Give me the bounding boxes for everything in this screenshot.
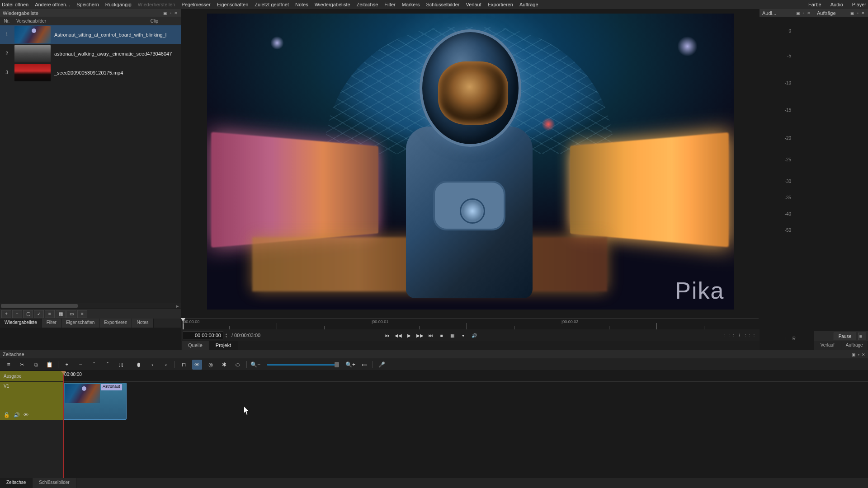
paste-tool[interactable]: 📋: [44, 360, 54, 370]
time-spinner[interactable]: ▲▼: [225, 333, 230, 338]
audio-dock-icon[interactable]: ▣: [796, 11, 800, 15]
tab-keyframes[interactable]: Schlüsselbilder: [33, 478, 76, 488]
time-current-display[interactable]: 00:00:00:00: [183, 331, 223, 339]
playlist-view-icons-button[interactable]: ▭: [66, 310, 76, 318]
rewind-button[interactable]: ◀◀: [394, 331, 403, 339]
pause-jobs-button[interactable]: Pause: [834, 333, 856, 340]
jobs-close-icon[interactable]: ✕: [861, 11, 865, 15]
zoom-in-tool[interactable]: 🔍+: [345, 360, 355, 370]
next-marker-tool[interactable]: ›: [161, 360, 171, 370]
track-lock-icon[interactable]: 🔓: [4, 412, 10, 418]
append-tool[interactable]: +: [62, 360, 72, 370]
playlist-dock-icon[interactable]: ▣: [163, 11, 167, 15]
stop-button[interactable]: ■: [437, 331, 446, 339]
menu-save[interactable]: Speichern: [76, 2, 99, 7]
playlist-add-button[interactable]: +: [1, 310, 11, 318]
timeline-dock-icon[interactable]: ▣: [852, 352, 856, 357]
menu-export[interactable]: Exportieren: [488, 2, 513, 7]
tab-timeline[interactable]: Zeitachse: [0, 478, 33, 488]
timeline-ruler[interactable]: 00:00:00: [63, 371, 868, 382]
split-tool[interactable]: ⫿⫿: [116, 360, 126, 370]
playlist-row[interactable]: 2 astronaut_walking_away,_cinematic_seed…: [0, 44, 181, 63]
tab-export[interactable]: Exportieren: [99, 319, 132, 328]
playlist-scrollbar[interactable]: ▸: [0, 303, 181, 309]
tab-properties[interactable]: Eigenschaften: [61, 319, 99, 328]
col-header-nr[interactable]: Nr.: [0, 19, 14, 23]
preview-ruler[interactable]: |00:00:00 |00:00:01 |00:00:02: [182, 318, 759, 329]
timeline-clip[interactable]: Astronaut: [63, 383, 127, 420]
jobs-popout-icon[interactable]: ▫: [855, 11, 860, 15]
ripple-tool[interactable]: ◎: [206, 360, 216, 370]
menu-file-open[interactable]: Datei öffnen: [2, 2, 28, 7]
ripple-markers-tool[interactable]: ⬭: [233, 360, 243, 370]
audio-popout-icon[interactable]: ▫: [801, 11, 806, 15]
menu-undo[interactable]: Rückgängig: [105, 2, 132, 7]
menu-keyframes[interactable]: Schlüsselbilder: [426, 2, 459, 7]
menu-markers[interactable]: Markers: [402, 2, 420, 7]
playlist-popout-icon[interactable]: ▫: [168, 11, 173, 15]
playlist-view-list-button[interactable]: ≡: [45, 310, 55, 318]
menu-redo[interactable]: Wiederherstellen: [138, 2, 175, 7]
tab-notes[interactable]: Notes: [132, 319, 153, 328]
playlist-row[interactable]: 1 Astronaut_sitting_at_control_board_wit…: [0, 25, 181, 44]
prev-marker-tool[interactable]: ‹: [147, 360, 157, 370]
scrollbar-arrow-right[interactable]: ▸: [175, 303, 181, 309]
track-hide-icon[interactable]: 👁: [24, 412, 28, 418]
cut-tool[interactable]: ✂: [17, 360, 27, 370]
playlist-close-icon[interactable]: ✕: [174, 11, 178, 15]
menu-playlist[interactable]: Wiedergabeliste: [315, 2, 350, 7]
timeline-menu-button[interactable]: ≡: [4, 360, 14, 370]
timeline-close-icon[interactable]: ✕: [862, 352, 865, 357]
track-header-output[interactable]: Ausgabe: [0, 371, 63, 382]
track-header-v1[interactable]: V1 🔓 🔊 👁: [0, 382, 63, 420]
tab-jobs[interactable]: Aufträge: [841, 341, 868, 350]
overwrite-tool[interactable]: ˅: [103, 360, 113, 370]
marker-tool[interactable]: ⬮: [134, 360, 144, 370]
skip-end-button[interactable]: ⏭: [426, 331, 435, 339]
playlist-confirm-button[interactable]: ✓: [34, 310, 44, 318]
jobs-menu-button[interactable]: ≡: [858, 333, 866, 340]
track-area[interactable]: 00:00:00 Astronaut: [63, 371, 868, 478]
menu-player[interactable]: Player: [852, 2, 866, 7]
zoom-slider-thumb[interactable]: [335, 362, 339, 367]
remove-tool[interactable]: −: [75, 360, 85, 370]
skip-start-button[interactable]: ⏮: [383, 331, 392, 339]
menu-notes[interactable]: Notes: [295, 2, 308, 7]
menu-meters[interactable]: Pegelmesser: [181, 2, 210, 7]
playlist-row[interactable]: 3 _seed2009005309120175.mp4: [0, 63, 181, 82]
playlist-view-tiles-button[interactable]: ▦: [56, 310, 66, 318]
tab-project[interactable]: Projekt: [209, 341, 238, 350]
playlist-view-details-button[interactable]: ≡: [77, 310, 87, 318]
snap-tool[interactable]: ⊓: [179, 360, 189, 370]
zoom-fit-tool[interactable]: ▭: [359, 360, 369, 370]
menu-audio[interactable]: Audio: [830, 2, 843, 7]
playlist-remove-button[interactable]: −: [12, 310, 22, 318]
ripple-all-tool[interactable]: ✱: [219, 360, 229, 370]
menu-history[interactable]: Verlauf: [466, 2, 481, 7]
copy-tool[interactable]: ⧉: [31, 360, 41, 370]
menu-other-open[interactable]: Andere öffnen...: [35, 2, 70, 7]
timeline-playhead[interactable]: [63, 371, 64, 478]
record-tool[interactable]: 🎤: [377, 360, 387, 370]
menu-jobs[interactable]: Aufträge: [519, 2, 538, 7]
tab-source[interactable]: Quelle: [182, 341, 209, 350]
tab-filter[interactable]: Filter: [42, 319, 61, 328]
lift-tool[interactable]: ˄: [89, 360, 99, 370]
zoom-slider[interactable]: [267, 364, 339, 366]
track-mute-icon[interactable]: 🔊: [14, 412, 20, 418]
menu-properties[interactable]: Eigenschaften: [217, 2, 249, 7]
scrub-tool[interactable]: 👁: [192, 360, 202, 370]
dropdown-button[interactable]: ▾: [459, 331, 468, 339]
menu-timeline[interactable]: Zeitachse: [357, 2, 378, 7]
menu-color[interactable]: Farbe: [808, 2, 821, 7]
scrollbar-thumb[interactable]: [1, 304, 78, 308]
play-button[interactable]: ▶: [405, 331, 414, 339]
playlist-update-button[interactable]: ▢: [23, 310, 33, 318]
col-header-thumb[interactable]: Vorschaubilder: [14, 19, 50, 23]
menu-recent[interactable]: Zuletzt geöffnet: [255, 2, 289, 7]
tab-playlist[interactable]: Wiedergabeliste: [0, 319, 42, 328]
zoom-out-tool[interactable]: 🔍−: [250, 360, 260, 370]
grid-toggle-button[interactable]: ▦: [448, 331, 457, 339]
tab-history[interactable]: Verlauf: [814, 341, 841, 350]
jobs-dock-icon[interactable]: ▣: [850, 11, 854, 15]
